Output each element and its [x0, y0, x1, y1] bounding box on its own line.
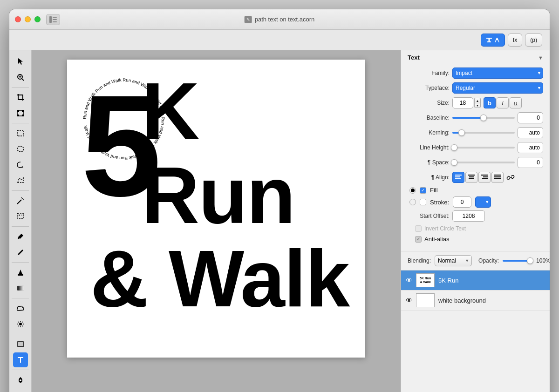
baseline-thumb[interactable] [480, 115, 487, 121]
italic-button[interactable]: i [497, 97, 509, 108]
svg-rect-17 [22, 115, 24, 116]
space-thumb[interactable] [451, 159, 457, 166]
fx-button[interactable]: fx [508, 34, 522, 47]
text-tool-button[interactable] [481, 34, 505, 47]
stroke-checkbox[interactable] [420, 199, 426, 205]
blending-select[interactable]: Normal Multiply Screen [435, 255, 472, 266]
svg-rect-46 [455, 176, 460, 177]
kerning-thumb[interactable] [458, 129, 465, 136]
svg-rect-47 [455, 178, 461, 179]
tool-separator-8 [12, 370, 29, 370]
space-row: ¶ Space: [408, 157, 543, 168]
svg-rect-45 [455, 175, 462, 176]
family-select[interactable]: Impact Arial Helvetica [452, 68, 543, 79]
text-tool[interactable] [13, 352, 28, 367]
opacity-thumb[interactable] [527, 257, 533, 264]
text-panel-header[interactable]: Text ▼ [401, 50, 550, 65]
kerning-input[interactable] [518, 127, 543, 138]
size-up-btn[interactable]: ▲ [474, 98, 481, 103]
transform-tool[interactable] [13, 106, 28, 121]
maximize-button[interactable] [34, 16, 41, 22]
svg-line-20 [17, 200, 21, 204]
eyedropper-tool[interactable] [13, 229, 28, 244]
typeface-label: Typeface: [408, 85, 450, 91]
baseline-input[interactable] [518, 112, 543, 123]
canvas[interactable]: 5 Run and Walk Run and Walk Run and Walk… [67, 60, 365, 358]
svg-rect-26 [21, 215, 22, 216]
lineheight-slider[interactable] [452, 147, 515, 149]
gradient-tool[interactable] [13, 281, 28, 296]
layer-eye-5krun[interactable]: 👁 [406, 277, 412, 284]
invert-circle-checkbox[interactable] [415, 225, 422, 232]
marquee-rect-tool[interactable] [13, 126, 28, 141]
fill-checkbox[interactable] [420, 187, 426, 194]
crop-tool[interactable] [13, 90, 28, 105]
sidebar-toggle-button[interactable] [46, 14, 60, 25]
stroke-type-select[interactable] [475, 196, 491, 208]
kerning-slider[interactable] [452, 132, 515, 134]
typeface-select-wrapper[interactable]: Regular Bold Italic [452, 82, 543, 94]
underline-button[interactable]: u [510, 97, 522, 108]
antialias-checkbox[interactable] [415, 236, 422, 243]
svg-rect-53 [482, 178, 488, 179]
fill-tool[interactable] [13, 265, 28, 280]
lasso-tool[interactable] [13, 157, 28, 172]
traffic-lights [15, 16, 41, 22]
blending-select-wrapper[interactable]: Normal Multiply Screen [435, 255, 472, 266]
typeface-select[interactable]: Regular Bold Italic [452, 82, 543, 94]
sampler-tool[interactable] [13, 209, 28, 224]
arrow-tool[interactable] [13, 54, 28, 69]
layer-item-background[interactable]: 👁 white background [401, 291, 550, 311]
brightness-tool[interactable] [13, 317, 28, 331]
svg-point-19 [17, 146, 24, 152]
svg-rect-2 [53, 19, 57, 20]
size-stepper[interactable]: ▲ ▼ [474, 98, 481, 108]
svg-rect-48 [468, 175, 475, 176]
opacity-label: Opacity: [478, 257, 499, 264]
lineheight-input[interactable] [518, 142, 543, 153]
link-align-btn[interactable] [504, 172, 517, 183]
svg-rect-3 [53, 21, 57, 22]
family-select-wrapper[interactable]: Impact Arial Helvetica [452, 68, 543, 79]
pen-tool[interactable] [13, 372, 28, 387]
size-input[interactable] [452, 97, 473, 108]
baseline-slider[interactable] [452, 117, 515, 119]
space-slider[interactable] [452, 162, 515, 163]
poly-lasso-tool[interactable] [13, 173, 28, 188]
tool-separator-1 [12, 87, 29, 88]
opacity-slider[interactable] [503, 260, 531, 262]
stroke-radio[interactable] [409, 199, 416, 205]
magic-wand-tool[interactable] [13, 193, 28, 208]
tool-separator-4 [12, 226, 29, 227]
size-down-btn[interactable]: ▼ [474, 103, 481, 108]
bold-button[interactable]: b [484, 97, 496, 108]
marquee-ellipse-tool[interactable] [13, 142, 28, 156]
align-center-btn[interactable] [465, 172, 477, 183]
stroke-input[interactable] [453, 196, 471, 208]
align-right-btn[interactable] [478, 172, 491, 183]
fill-row: Fill [409, 187, 543, 194]
close-button[interactable] [15, 16, 21, 22]
rect-shape-tool[interactable] [13, 337, 28, 351]
baseline-row: Baseline: [408, 112, 543, 123]
minimize-button[interactable] [25, 16, 31, 22]
space-input[interactable] [518, 157, 543, 168]
lineheight-label: Line Height: [408, 144, 450, 151]
tool-separator-2 [12, 123, 29, 123]
p-button[interactable]: (p) [525, 34, 542, 47]
svg-rect-7 [487, 41, 491, 42]
shape-tool[interactable] [13, 301, 28, 316]
align-left-btn[interactable] [452, 172, 464, 183]
text-format-buttons: b i u [484, 97, 522, 108]
start-offset-input[interactable] [452, 210, 485, 222]
zoom-tool[interactable] [13, 70, 28, 85]
lineheight-thumb[interactable] [451, 144, 457, 151]
pencil-tool[interactable] [13, 245, 28, 260]
fill-radio[interactable] [409, 187, 416, 194]
fx-label: fx [513, 37, 517, 43]
line-tool[interactable] [13, 388, 28, 392]
layer-item-5krun[interactable]: 👁 5K Run& Walk 5K Run [401, 270, 550, 291]
stroke-type-select-wrapper[interactable] [475, 196, 491, 208]
align-justify-btn[interactable] [491, 172, 504, 183]
layer-eye-bg[interactable]: 👁 [406, 297, 412, 304]
